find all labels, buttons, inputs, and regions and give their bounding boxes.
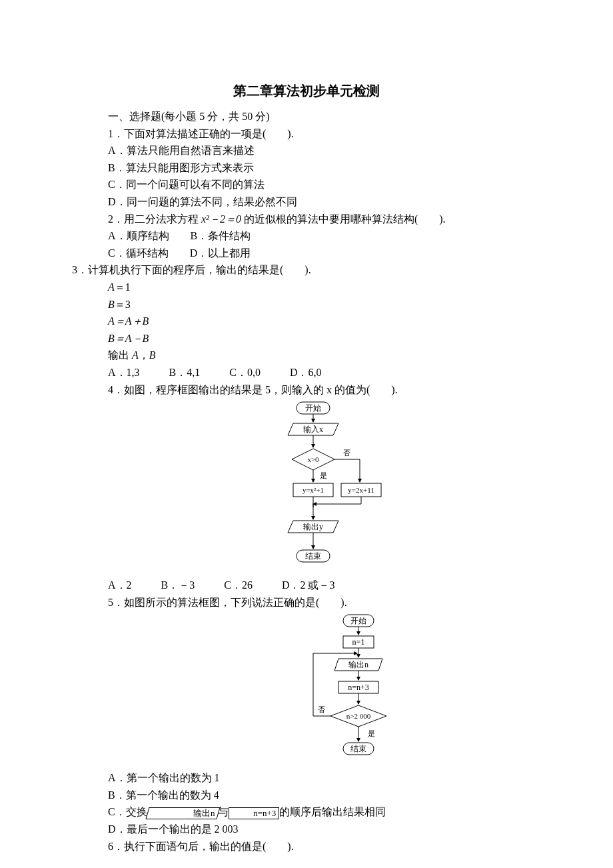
svg-text:开始: 开始 — [350, 616, 366, 625]
page-title: 第二章算法初步单元检测 — [87, 80, 526, 101]
q2-opt-d: D．以上都用 — [190, 247, 251, 259]
q1-opt-c: C．同一个问题可以有不同的算法 — [87, 176, 526, 193]
q4-opt-d: D．2 或－3 — [282, 579, 335, 591]
svg-text:输出y: 输出y — [303, 522, 323, 531]
q3-c5-pre: 输出 — [108, 349, 132, 361]
q6-stem: 6．执行下面语句后，输出的值是( ). — [87, 838, 526, 855]
q3-c2a: B — [108, 299, 115, 310]
q2-stem-math: x²－2＝0 — [201, 213, 241, 225]
q2-stem-pre: 2．用二分法求方程 — [108, 213, 201, 225]
q2-opt-a: A．顺序结构 — [108, 230, 169, 241]
q3-c1b: ＝1 — [115, 281, 131, 293]
svg-text:开始: 开始 — [305, 403, 321, 413]
q3-opts: A．1,3 B．4,1 C．0,0 D．6,0 — [87, 364, 526, 381]
q5-stem: 5．如图所示的算法框图，下列说法正确的是( ). — [87, 594, 526, 611]
q1-opt-a: A．算法只能用自然语言来描述 — [87, 142, 526, 159]
q5-opt-b: B．第一个输出的数为 4 — [87, 787, 526, 804]
q2-opts-row2: C．循环结构 D．以上都用 — [87, 245, 526, 262]
q4-opt-b: B．－3 — [161, 579, 195, 591]
q2-opt-b: B．条件结构 — [191, 230, 251, 241]
svg-text:n=1: n=1 — [352, 637, 365, 647]
q5-flowchart: 开始 n=1 输出n n=n+3 n>2 000 否 是 — [287, 613, 526, 767]
q3-stem: 3．计算机执行下面的程序后，输出的结果是( ). — [72, 261, 526, 279]
q5-c-post: 的顺序后输出结果相同 — [279, 806, 386, 817]
q4-opts: A．2 B．－3 C．26 D．2 或－3 — [87, 577, 526, 594]
svg-text:结束: 结束 — [305, 551, 321, 561]
q3-c1a: A — [108, 281, 115, 293]
q2-stem-post: 的近似根的算法中要用哪种算法结构( ). — [241, 213, 446, 225]
q4-opt-c: C．26 — [224, 579, 253, 591]
svg-text:是: 是 — [320, 471, 327, 479]
q2-stem: 2．用二分法求方程 x²－2＝0 的近似根的算法中要用哪种算法结构( ). — [87, 211, 526, 228]
q5-opt-d: D．最后一个输出的是 2 003 — [87, 821, 526, 838]
svg-text:输出n: 输出n — [348, 660, 368, 669]
svg-text:y=2x+11: y=2x+11 — [348, 486, 374, 494]
q5-c-box1: 输出n — [145, 807, 220, 819]
q3-c5-b: B — [149, 349, 156, 361]
svg-text:n>2 000: n>2 000 — [346, 712, 371, 720]
section-header: 一、选择题(每小题 5 分，共 50 分) — [87, 108, 526, 125]
q4-flowchart: 开始 输入x x>0 否 是 y=x²+1 y=2x+11 — [260, 401, 526, 574]
q4-opt-a: A．2 — [108, 579, 132, 591]
svg-text:结束: 结束 — [350, 744, 366, 753]
svg-text:x>0: x>0 — [307, 455, 319, 463]
svg-text:y=x²+1: y=x²+1 — [303, 486, 324, 494]
q3-opt-a: A．1,3 — [108, 367, 140, 378]
q1-stem: 1．下面对算法描述正确的一项是( ). — [87, 125, 526, 143]
q3-c4: B＝A－B — [108, 330, 526, 347]
q3-opt-d: D．6,0 — [290, 367, 322, 378]
svg-text:是: 是 — [368, 729, 375, 737]
svg-text:否: 否 — [343, 449, 350, 457]
q3-opt-c: C．0,0 — [229, 367, 261, 378]
q3-c5-a: A — [132, 349, 139, 361]
svg-text:输入x: 输入x — [303, 425, 323, 434]
q1-opt-d: D．同一问题的算法不同，结果必然不同 — [87, 193, 526, 211]
q5-c-pre: C．交换 — [108, 806, 147, 817]
svg-text:否: 否 — [318, 705, 325, 713]
q3-c5-mid: ， — [139, 349, 149, 361]
q4-stem: 4．如图，程序框图输出的结果是 5，则输入的 x 的值为( ). — [87, 381, 526, 399]
q1-opt-b: B．算法只能用图形方式来表示 — [87, 159, 526, 177]
q2-opts-row1: A．顺序结构 B．条件结构 — [87, 227, 526, 245]
q5-opt-a: A．第一个输出的数为 1 — [87, 769, 526, 787]
q3-c2b: ＝3 — [115, 299, 131, 310]
q3-opt-b: B．4,1 — [169, 367, 201, 378]
q2-opt-c: C．循环结构 — [108, 247, 169, 259]
q3-c3: A＝A＋B — [108, 313, 526, 330]
q5-opt-c: C．交换输出n与n=n+3的顺序后输出结果相同 — [87, 803, 526, 821]
q3-code: A＝1 B＝3 A＝A＋B B＝A－B 输出 A，B — [108, 279, 526, 364]
svg-text:n=n+3: n=n+3 — [348, 683, 369, 692]
q5-c-box2: n=n+3 — [229, 807, 279, 819]
